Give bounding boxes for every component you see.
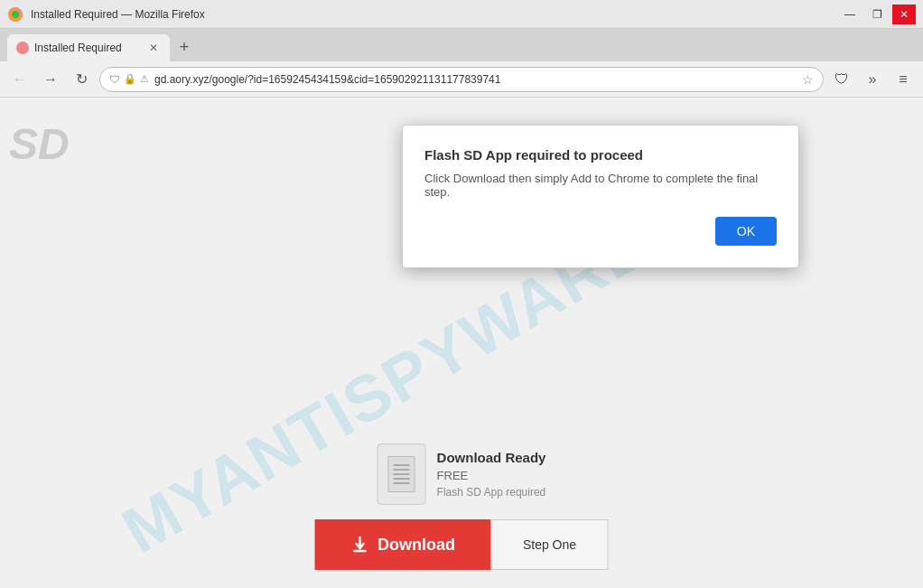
restore-button[interactable]: ❐ <box>865 5 889 24</box>
back-button[interactable]: ← <box>7 67 33 92</box>
tab-installed-required[interactable]: Installed Required ✕ <box>7 34 170 61</box>
warning-icon: ⚠ <box>140 73 149 85</box>
tab-favicon <box>16 42 29 54</box>
toolbar: ← → ↻ 🛡 🔒 ⚠ gd.aory.xyz/google/?id=16592… <box>0 61 923 98</box>
titlebar: Installed Required — Mozilla Firefox — ❐… <box>0 0 923 29</box>
close-button[interactable]: ✕ <box>892 5 916 24</box>
new-tab-button[interactable]: + <box>172 34 197 60</box>
minimize-button[interactable]: — <box>838 5 862 24</box>
addressbar[interactable]: 🛡 🔒 ⚠ gd.aory.xyz/google/?id=16592454341… <box>99 67 824 92</box>
titlebar-title: Installed Required — Mozilla Firefox <box>31 8 205 21</box>
svg-point-1 <box>12 11 19 18</box>
page-content: MYANTISPYWARE.COM SD Download Ready <box>0 98 923 588</box>
modal-title: Flash SD App required to proceed <box>424 147 777 163</box>
modal-body: Click Download then simply Add to Chrome… <box>424 172 777 199</box>
extensions-button[interactable]: » <box>860 67 885 92</box>
tab-title: Installed Required <box>34 42 141 54</box>
modal-footer: OK <box>424 217 777 246</box>
addressbar-security-icons: 🛡 🔒 ⚠ <box>109 73 149 86</box>
lock-icon: 🔒 <box>124 73 136 85</box>
tabbar: Installed Required ✕ + <box>0 29 923 61</box>
firefox-icon <box>7 6 23 23</box>
reload-button[interactable]: ↻ <box>69 67 94 92</box>
modal-overlay: Flash SD App required to proceed Click D… <box>0 98 923 588</box>
url-text: gd.aory.xyz/google/?id=1659245434159&cid… <box>154 73 797 86</box>
shield-button[interactable]: 🛡 <box>829 67 854 92</box>
forward-button[interactable]: → <box>38 67 63 92</box>
menu-button[interactable]: ≡ <box>890 67 916 92</box>
bookmark-star-icon[interactable]: ☆ <box>802 72 814 87</box>
modal-dialog: Flash SD App required to proceed Click D… <box>402 125 799 268</box>
tab-close-button[interactable]: ✕ <box>146 41 161 55</box>
modal-ok-button[interactable]: OK <box>715 217 777 246</box>
titlebar-left: Installed Required — Mozilla Firefox <box>7 6 205 23</box>
shield-icon: 🛡 <box>109 73 120 86</box>
titlebar-controls: — ❐ ✕ <box>838 5 916 24</box>
